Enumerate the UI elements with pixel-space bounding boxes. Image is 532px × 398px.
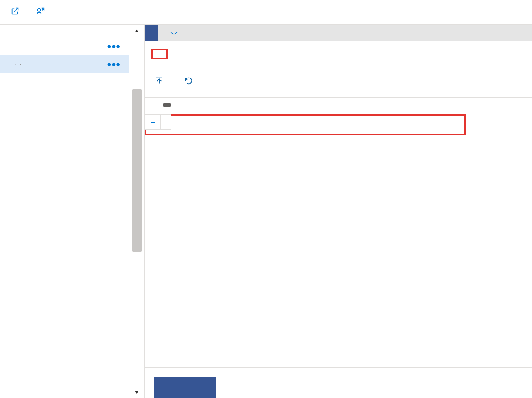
tab-test[interactable] — [210, 47, 214, 61]
more-icon[interactable]: ••• — [107, 62, 121, 67]
sidebar-title — [0, 25, 129, 37]
revision-badge — [145, 25, 158, 41]
chevron-down-icon — [169, 30, 178, 37]
sidebar-item-family[interactable]: ••• — [0, 55, 129, 73]
splitter[interactable]: ▲ ▼ — [129, 25, 145, 398]
schema-title-bar — [145, 98, 532, 114]
footer-actions — [145, 367, 532, 398]
update-from-endpoint-button[interactable] — [184, 76, 197, 87]
highlight-box — [145, 114, 466, 135]
schema-editor[interactable]: ＋ — [145, 114, 532, 367]
discard-button[interactable] — [221, 377, 283, 398]
tab-change-log[interactable] — [302, 47, 306, 61]
upload-icon — [155, 76, 164, 87]
refresh-icon — [184, 76, 193, 87]
tab-schema[interactable] — [151, 49, 168, 59]
revision-created[interactable] — [158, 25, 183, 41]
plus-icon: ＋ — [145, 115, 161, 129]
graphql-badge — [15, 64, 21, 65]
api-tabs — [145, 41, 532, 67]
scroll-up-icon[interactable]: ▲ — [134, 27, 140, 34]
tab-api-policies[interactable] — [233, 47, 237, 61]
feedback-icon — [36, 7, 45, 18]
update-toolbar — [145, 67, 532, 98]
save-button[interactable] — [154, 377, 216, 398]
graphql-dark-badge — [163, 103, 171, 107]
developer-portal-link[interactable] — [11, 7, 24, 18]
sidebar-item-echo-api[interactable]: ••• — [0, 37, 129, 55]
revision-bar — [145, 25, 532, 41]
scroll-down-icon[interactable]: ▼ — [134, 389, 140, 396]
api-sidebar: ••• ••• — [0, 25, 129, 398]
tab-resolvers[interactable] — [187, 47, 191, 61]
add-resolver-hint[interactable]: ＋ — [145, 114, 171, 130]
more-icon[interactable]: ••• — [107, 43, 121, 49]
top-toolbar — [0, 0, 532, 25]
tab-revisions[interactable] — [279, 47, 283, 61]
svg-point-0 — [38, 9, 41, 11]
feedback-link[interactable] — [36, 7, 49, 18]
update-from-file-button[interactable] — [155, 76, 168, 87]
external-link-icon — [11, 7, 20, 18]
main-panel: ＋ — [145, 25, 532, 398]
scrollbar-thumb[interactable] — [132, 89, 142, 252]
tab-settings[interactable] — [256, 47, 260, 61]
